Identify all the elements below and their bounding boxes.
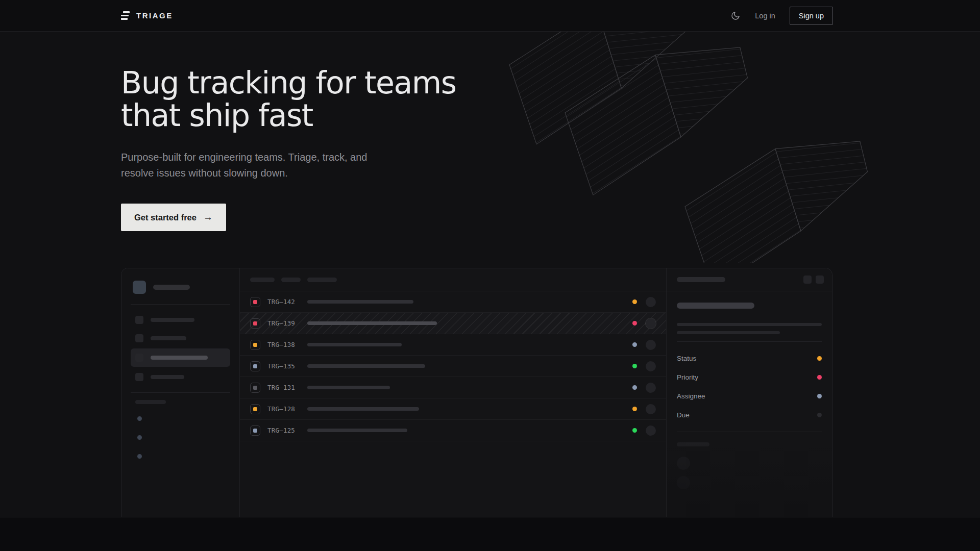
nav-item-label-placeholder <box>151 318 194 322</box>
issue-id: TRG–125 <box>267 427 302 434</box>
sidebar-dot-placeholder <box>137 435 142 440</box>
detail-fields: Status Priority Assignee Due <box>677 349 822 424</box>
brand-logo[interactable]: TRIAGE <box>121 11 173 20</box>
sidebar-divider <box>131 392 230 393</box>
nav-item-label-placeholder <box>151 375 184 379</box>
issue-status-dot <box>632 407 637 411</box>
issue-title-placeholder <box>307 321 437 325</box>
comment-avatar-placeholder <box>677 476 690 489</box>
issue-assignee-avatar <box>646 318 656 329</box>
detail-field-dot <box>817 375 822 380</box>
nav-item-icon-placeholder <box>135 373 143 381</box>
mockup-issue-rows: TRG–142 TRG–139 TRG–138 TRG–135 TRG–131 <box>240 291 666 441</box>
nav-item-icon-placeholder <box>135 316 143 324</box>
issue-status-dot <box>632 385 637 390</box>
mockup-issue-list: TRG–142 TRG–139 TRG–138 TRG–135 TRG–131 <box>240 268 666 517</box>
issue-title-placeholder <box>307 429 407 432</box>
issue-id: TRG–135 <box>267 362 302 370</box>
signup-button[interactable]: Sign up <box>790 7 833 25</box>
workspace-logo-placeholder <box>133 281 146 294</box>
sidebar-section-placeholder <box>135 400 166 404</box>
description-line-placeholder <box>677 331 780 334</box>
issue-type-icon <box>250 297 260 307</box>
toolbar-pill-placeholder <box>250 278 275 282</box>
mockup-toolbar <box>240 268 666 291</box>
issue-type-icon <box>250 318 260 329</box>
issue-id: TRG–131 <box>267 384 302 391</box>
detail-divider <box>677 432 822 432</box>
issue-status-dot <box>632 321 637 325</box>
detail-field-label: Priority <box>677 373 698 381</box>
issue-id: TRG–142 <box>267 298 302 306</box>
issue-type-icon <box>250 383 260 393</box>
mockup-detail-panel: Status Priority Assignee Due <box>666 268 832 517</box>
issue-assignee-avatar <box>646 361 656 371</box>
nav-item-label-placeholder <box>151 336 186 340</box>
sidebar-divider <box>131 304 230 305</box>
issue-title-placeholder <box>677 303 754 309</box>
mockup-workspace-switcher <box>133 281 228 294</box>
description-line-placeholder <box>677 323 822 326</box>
theme-toggle-moon-icon[interactable] <box>730 11 741 21</box>
get-started-button[interactable]: Get started free → <box>121 204 226 231</box>
issue-title-placeholder <box>307 386 390 389</box>
issue-status-dot <box>632 299 637 304</box>
issue-title-placeholder <box>307 407 419 411</box>
hero-subtitle-line1: Purpose-built for engineering teams. Tri… <box>121 152 367 163</box>
issue-type-icon <box>250 361 260 371</box>
mockup-nav-item <box>131 330 230 346</box>
nav-item-label-placeholder <box>151 356 208 360</box>
detail-action-buttons <box>803 276 824 284</box>
hero-title-line2: that ship fast <box>121 97 313 133</box>
comments-label-placeholder <box>677 442 709 446</box>
issue-row: TRG–138 <box>240 334 666 356</box>
brand-name: TRIAGE <box>136 11 173 20</box>
detail-panel-body: Status Priority Assignee Due <box>667 291 832 489</box>
issue-assignee-avatar <box>646 404 656 414</box>
detail-field-row: Due <box>677 406 822 424</box>
toolbar-pill-placeholder <box>281 278 301 282</box>
detail-field-dot <box>817 413 822 417</box>
detail-field-row: Assignee <box>677 387 822 406</box>
issue-type-icon <box>250 425 260 436</box>
footer-band <box>0 517 980 551</box>
nav-item-icon-placeholder <box>135 354 143 362</box>
issue-id: TRG–128 <box>267 405 302 413</box>
detail-field-dot <box>817 394 822 398</box>
mockup-nav-list <box>131 312 230 385</box>
detail-field-row: Status <box>677 349 822 368</box>
nav-item-icon-placeholder <box>135 334 143 342</box>
detail-field-dot <box>817 356 822 361</box>
arrow-right-icon: → <box>203 212 213 223</box>
comment-avatar-placeholder <box>677 457 690 470</box>
hero-title: Bug tracking for teams that ship fast <box>121 66 456 132</box>
issue-row: TRG–135 <box>240 356 666 377</box>
issue-row: TRG–125 <box>240 420 666 441</box>
mockup-nav-item <box>131 369 230 385</box>
detail-action-icon <box>803 276 812 284</box>
detail-divider <box>677 341 822 342</box>
workspace-name-placeholder <box>153 285 190 290</box>
app-mockup: TRG–142 TRG–139 TRG–138 TRG–135 TRG–131 <box>121 268 832 517</box>
issue-assignee-avatar <box>646 340 656 350</box>
mockup-nav-item <box>131 312 230 328</box>
issue-assignee-avatar <box>646 297 656 307</box>
triage-logo-icon <box>121 11 130 20</box>
login-link[interactable]: Log in <box>755 12 775 20</box>
detail-title-placeholder <box>677 277 725 282</box>
issue-status-dot <box>632 342 637 347</box>
issue-title-placeholder <box>307 364 425 368</box>
issue-assignee-avatar <box>646 383 656 393</box>
hero-subtitle: Purpose-built for engineering teams. Tri… <box>121 149 367 181</box>
hero-subtitle-line2: resolve issues without slowing down. <box>121 167 288 179</box>
issue-type-icon <box>250 404 260 414</box>
mockup-sidebar <box>121 268 240 517</box>
issue-row: TRG–139 <box>240 313 666 334</box>
detail-panel-header <box>667 268 832 291</box>
toolbar-pill-placeholder <box>307 278 337 282</box>
issue-row: TRG–131 <box>240 377 666 398</box>
sidebar-dot-placeholder <box>137 454 142 459</box>
detail-field-row: Priority <box>677 368 822 387</box>
detail-field-label: Assignee <box>677 392 705 400</box>
get-started-label: Get started free <box>134 213 197 222</box>
